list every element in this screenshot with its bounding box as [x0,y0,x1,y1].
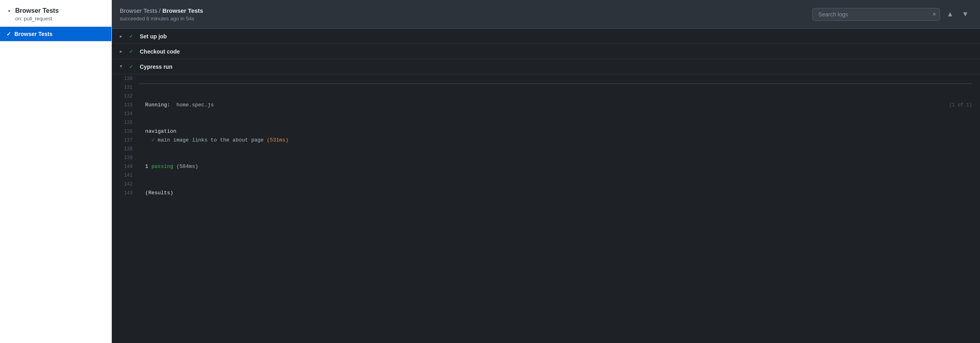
line-content: 1 passing (584ms) [139,163,972,171]
sidebar-item-browser-tests[interactable]: ✓ Browser Tests [0,27,111,41]
line-number: 137 [120,136,139,144]
line-content: navigation [139,128,972,136]
log-line-running[interactable]: 133 Running: home.spec.js (1 of 1) [112,101,980,110]
sidebar: Browser Tests on: pull_request ✓ Browser… [0,0,112,343]
line-number: 139 [120,154,139,162]
line-number: 131 [120,84,139,92]
search-input[interactable] [812,8,940,21]
log-line[interactable]: 138 [112,145,980,154]
header-right: × ▲ ▼ [812,8,972,21]
log-line[interactable]: 139 [112,154,980,162]
step-check-checkout: ✓ [129,48,136,55]
chevron-down-icon [6,8,12,14]
line-number: 138 [120,145,139,153]
line-content: (Results) [139,189,972,197]
line-number: 143 [120,189,139,197]
step-label-cypress: Cypress run [140,64,173,70]
nav-down-button[interactable]: ▼ [958,8,972,20]
line-number: 135 [120,119,139,127]
breadcrumb-prefix: Browser Tests / [120,7,162,14]
sidebar-header: Browser Tests on: pull_request [0,0,111,27]
log-line[interactable]: 135 [112,118,980,127]
line-content [139,84,972,84]
step-row-cypress[interactable]: ▼ ✓ Cypress run [112,59,980,74]
expand-icon-cypress: ▼ [120,64,125,69]
main-header: Browser Tests / Browser Tests succeeded … [112,0,980,29]
step-row-checkout[interactable]: ▶ ✓ Checkout code [112,44,980,59]
sidebar-item-label: Browser Tests [14,31,52,37]
line-content: Running: home.spec.js [139,101,941,109]
step-check-setup: ✓ [129,33,136,40]
check-icon: ✓ [6,31,11,37]
line-content: ✓ main image links to the about page (53… [139,136,972,144]
sidebar-title: Browser Tests [6,7,105,14]
step-row-setup-job[interactable]: ▶ ✓ Set up job [112,29,980,44]
header-title: Browser Tests / Browser Tests [120,7,203,14]
clear-icon[interactable]: × [932,11,936,18]
log-line[interactable]: 131 [112,83,980,92]
log-line-passing[interactable]: 140 1 passing (584ms) [112,162,980,171]
log-line[interactable]: 141 [112,171,980,180]
nav-arrows: ▲ ▼ [943,8,972,20]
line-right: (1 of 1) [941,101,972,109]
log-line[interactable]: 132 [112,92,980,101]
line-number: 133 [120,101,139,109]
log-section[interactable]: ▶ ✓ Set up job ▶ ✓ Checkout code ▼ ✓ Cyp… [112,29,980,343]
log-line[interactable]: 130 [112,74,980,83]
log-line[interactable]: 134 [112,110,980,118]
sidebar-subtitle: on: pull_request [6,16,105,22]
line-number: 134 [120,110,139,118]
search-wrapper: × [812,8,940,21]
line-number: 140 [120,163,139,171]
sidebar-title-text: Browser Tests [15,7,59,14]
log-line[interactable]: 142 [112,180,980,189]
header-left: Browser Tests / Browser Tests succeeded … [120,7,203,22]
line-number: 132 [120,92,139,100]
nav-up-button[interactable]: ▲ [943,8,957,20]
line-number: 142 [120,180,139,188]
log-line-results[interactable]: 143 (Results) [112,189,980,197]
line-number: 130 [120,75,139,83]
step-label-setup: Set up job [140,33,167,40]
header-subtitle: succeeded 6 minutes ago in 54s [120,16,203,22]
line-number: 141 [120,172,139,179]
log-line-section[interactable]: 136 navigation [112,127,980,136]
breadcrumb-bold: Browser Tests [162,7,203,14]
log-line-pass[interactable]: 137 ✓ main image links to the about page… [112,136,980,145]
line-number: 136 [120,128,139,136]
main-panel: Browser Tests / Browser Tests succeeded … [112,0,980,343]
expand-icon-setup: ▶ [120,34,125,39]
expand-icon-checkout: ▶ [120,49,125,54]
log-lines: 130 131 132 133 Running: home.spec.js (1… [112,74,980,197]
step-label-checkout: Checkout code [140,48,180,55]
step-check-cypress: ✓ [129,63,136,70]
